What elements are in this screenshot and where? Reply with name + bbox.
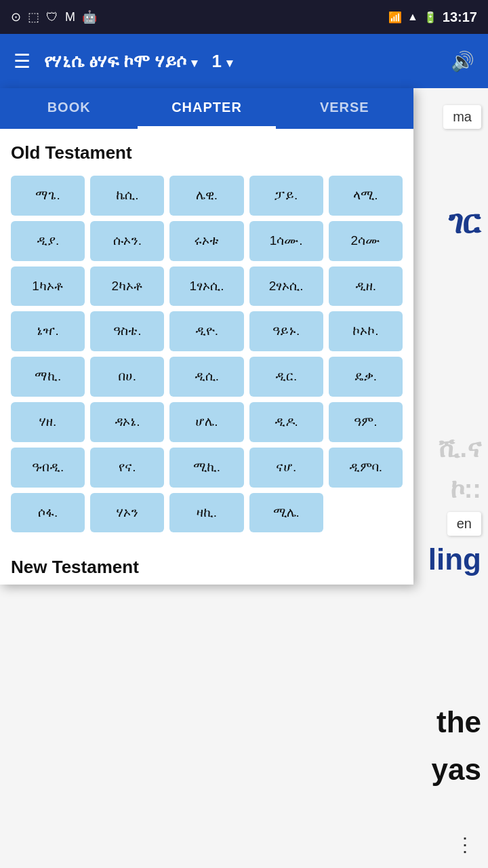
book-cell[interactable]: ዲዮ.	[169, 311, 243, 351]
book-cell[interactable]: የና.	[90, 448, 164, 488]
overlay-panel: BOOK CHAPTER VERSE Old Testament ማጌ.ኬሲ.ሌ…	[0, 88, 413, 585]
right-text-1: ገር	[447, 203, 481, 242]
status-time: 13:17	[443, 9, 477, 25]
right-text-ling: ling	[428, 542, 481, 576]
battery-icon: 🔋	[424, 11, 437, 24]
book-cell[interactable]: ዲዘ.	[329, 267, 403, 307]
book-cell[interactable]: ሩኦቱ	[169, 221, 243, 261]
chapter-dropdown[interactable]: ▾	[226, 56, 232, 70]
book-cell[interactable]: ላሚ.	[329, 176, 403, 216]
book-cell[interactable]: በሀ.	[90, 357, 164, 397]
book-cell[interactable]: ሚሌ.	[249, 493, 323, 533]
books-grid: ማጌ.ኬሲ.ሌዊ.ፓይ.ላሚ.ዲያ.ሱኦን.ሩኦቱ1ሳሙ.2ሳሙ1ካኦቶ2ካኦቶ…	[11, 176, 403, 532]
book-cell[interactable]: ፓይ.	[249, 176, 323, 216]
book-cell[interactable]: 1ፃኦሲ.	[169, 267, 243, 307]
book-cell[interactable]: ማኪ.	[11, 357, 85, 397]
book-cell[interactable]: ሱኦን.	[90, 221, 164, 261]
screenshot-icon: ⬚	[28, 9, 39, 24]
book-cell[interactable]: ኬሲ.	[90, 176, 164, 216]
android-icon: 🤖	[82, 9, 97, 24]
book-cell[interactable]: 2ካኦቶ	[90, 267, 164, 307]
title-text: የሃኒሴ ፅሃፍ ኮሞ ሃይሶ	[44, 51, 186, 71]
status-left: ⊙ ⬚ 🛡 M 🤖	[11, 9, 97, 24]
book-cell[interactable]: ሶፋ.	[11, 493, 85, 533]
status-right: 📶 ▲ 🔋 13:17	[388, 9, 477, 25]
right-text-the: the	[436, 705, 481, 739]
book-cell[interactable]: 2ፃኦሲ.	[249, 267, 323, 307]
book-cell[interactable]: ማጌ.	[11, 176, 85, 216]
tab-book[interactable]: BOOK	[0, 88, 138, 129]
new-testament-title: New Testament	[0, 546, 413, 585]
book-cell[interactable]: ዳኦኔ.	[90, 402, 164, 442]
book-cell[interactable]: ዓስቴ.	[90, 311, 164, 351]
speaker-icon[interactable]: 🔊	[451, 50, 474, 73]
book-cell[interactable]: ሃዘ.	[11, 402, 85, 442]
book-cell[interactable]: ሃኦን	[90, 493, 164, 533]
email-icon: M	[65, 10, 75, 24]
tab-verse[interactable]: VERSE	[276, 88, 413, 129]
right-text-2: ሺ.ና	[438, 434, 481, 464]
signal-icon: ▲	[407, 11, 418, 23]
shield-icon: 🛡	[46, 10, 58, 24]
chapter-num: 1	[212, 51, 222, 71]
book-cell[interactable]: ዲምባ.	[329, 448, 403, 488]
right-text-was: yas	[432, 753, 481, 787]
right-text-3: ኮ::	[450, 475, 481, 505]
side-label-en: en	[447, 512, 481, 536]
book-cell[interactable]: ኔዣ.	[11, 311, 85, 351]
book-cell[interactable]: 1ካኦቶ	[11, 267, 85, 307]
book-cell[interactable]: ሆሌ.	[169, 402, 243, 442]
book-cell[interactable]: ዓይኑ.	[249, 311, 323, 351]
tab-chapter[interactable]: CHAPTER	[138, 88, 275, 129]
book-cell[interactable]: ናሆ.	[249, 448, 323, 488]
title-dropdown[interactable]: ▾	[191, 56, 197, 70]
book-cell[interactable]: ዲር.	[249, 357, 323, 397]
wifi-icon: 📶	[388, 11, 402, 24]
more-options-button[interactable]: ⋮	[455, 833, 474, 856]
book-cell[interactable]: 2ሳሙ	[329, 221, 403, 261]
book-cell[interactable]: ዲዶ.	[249, 402, 323, 442]
book-cell[interactable]: ዓም.	[329, 402, 403, 442]
tab-bar: BOOK CHAPTER VERSE	[0, 88, 413, 129]
book-cell[interactable]: ዲያ.	[11, 221, 85, 261]
app-title: የሃኒሴ ፅሃፍ ኮሞ ሃይሶ ▾ 1 ▾	[44, 51, 437, 72]
app-icon: ⊙	[11, 9, 21, 24]
book-cell[interactable]: ሚኪ.	[169, 448, 243, 488]
book-cell[interactable]: ሌዊ.	[169, 176, 243, 216]
menu-icon[interactable]: ☰	[14, 50, 30, 73]
status-bar: ⊙ ⬚ 🛡 M 🤖 📶 ▲ 🔋 13:17	[0, 0, 488, 34]
app-bar: ☰ የሃኒሴ ፅሃፍ ኮሞ ሃይሶ ▾ 1 ▾ 🔊	[0, 34, 488, 88]
content-area: Old Testament ማጌ.ኬሲ.ሌዊ.ፓይ.ላሚ.ዲያ.ሱኦን.ሩኦቱ1…	[0, 129, 413, 546]
book-cell[interactable]: ዲሲ.	[169, 357, 243, 397]
old-testament-title: Old Testament	[11, 142, 403, 163]
book-cell[interactable]: ዛኪ.	[169, 493, 243, 533]
book-cell[interactable]: ዓብዲ.	[11, 448, 85, 488]
book-cell[interactable]: ዴቃ.	[329, 357, 403, 397]
book-cell[interactable]: ኮኦኮ.	[329, 311, 403, 351]
book-cell[interactable]: 1ሳሙ.	[249, 221, 323, 261]
side-label-ma: ma	[443, 105, 481, 129]
